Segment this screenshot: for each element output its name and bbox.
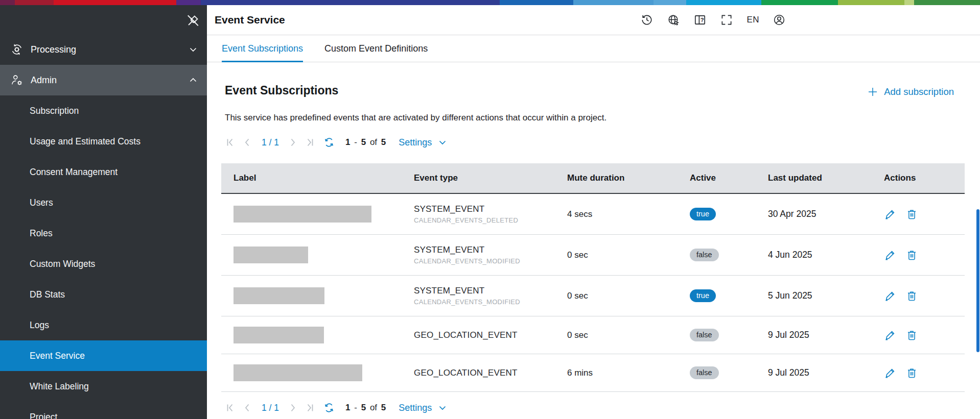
column-header: Actions [884,173,965,183]
sidebar-subitem[interactable]: Users [0,187,207,218]
redacted-label [234,327,324,343]
svg-text:?: ? [701,17,704,23]
sidebar-subitem-label: Subscription [30,106,79,116]
chevron-down-icon [188,44,199,55]
next-page-icon[interactable] [287,402,298,413]
sidebar-subitem[interactable]: Logs [0,310,207,340]
chevron-down-icon [437,403,448,413]
sidebar-item-processing[interactable]: Processing [0,34,207,65]
sidebar-subitem[interactable]: Roles [0,218,207,249]
last-updated: 5 Jun 2025 [768,290,884,301]
content-area: Event Subscriptions Add subscription Thi… [207,62,980,415]
sidebar-subitem-label: Custom Widgets [30,259,95,269]
previous-page-icon[interactable] [242,402,253,413]
column-header: Event type [414,173,567,183]
add-subscription-button[interactable]: Add subscription [867,86,954,98]
sidebar-subitem[interactable]: Subscription [0,95,207,126]
event-subtype: CALENDAR_EVENTS_MODIFIED [414,257,567,265]
page-title: Event Service [215,14,285,26]
event-type: GEO_LOCATION_EVENT [414,368,567,378]
event-type: SYSTEM_EVENT [414,204,567,214]
refresh-icon[interactable] [323,136,335,149]
delete-icon[interactable] [905,329,918,341]
main-area: Event Service [207,5,980,419]
sidebar-subitem[interactable]: Custom Widgets [0,249,207,279]
last-page-icon[interactable] [304,137,315,148]
brand-supergraphic [0,0,980,5]
admin-icon [10,73,24,87]
page-indicator[interactable]: 1 / 1 [262,137,279,148]
next-page-icon[interactable] [287,137,298,148]
event-type: GEO_LOCATION_EVENT [414,330,567,340]
sidebar-subitem[interactable]: White Labeling [0,371,207,402]
previous-page-icon[interactable] [242,137,253,148]
active-badge: true [690,208,716,220]
settings-button[interactable]: Settings [399,137,448,148]
event-type-cell: SYSTEM_EVENT CALENDAR_EVENTS_MODIFIED [414,286,567,306]
edit-icon[interactable] [884,249,897,261]
tab-custom-event-definitions[interactable]: Custom Event Definitions [324,35,428,62]
table-row: SYSTEM_EVENT CALENDAR_EVENTS_MODIFIED 0 … [221,235,965,276]
first-page-icon[interactable] [225,402,236,413]
first-page-icon[interactable] [225,137,236,148]
event-subtype: CALENDAR_EVENTS_MODIFIED [414,298,567,306]
active-cell: true [690,208,768,220]
mute-duration: 4 secs [567,209,690,219]
table-row: SYSTEM_EVENT CALENDAR_EVENTS_DELETED 4 s… [221,194,965,235]
active-cell: false [690,366,768,379]
actions-cell [884,249,965,261]
refresh-icon[interactable] [323,402,335,414]
settings-button[interactable]: Settings [399,403,448,413]
mute-duration: 0 sec [567,330,690,340]
page-indicator[interactable]: 1 / 1 [262,403,279,413]
header-icon-bar: ? EN [640,5,786,35]
fullscreen-icon[interactable] [720,13,733,27]
pagination-top: 1 / 1 1 - 5 of 5 [225,135,980,150]
language-selector[interactable]: EN [746,15,759,25]
chevron-up-icon [188,75,199,86]
actions-cell [884,329,965,341]
help-icon[interactable]: ? [693,13,707,27]
sidebar-item-admin[interactable]: Admin [0,65,207,95]
sidebar-subitem[interactable]: Project [0,402,207,419]
sidebar-item-label: Processing [31,44,188,55]
sidebar-subitem-label: Users [30,198,53,208]
sidebar-admin-children: Subscription Usage and Estimated Costs C… [0,95,207,419]
redacted-label [234,206,371,223]
last-page-icon[interactable] [304,402,315,413]
last-updated: 4 Jun 2025 [768,250,884,260]
event-type-cell: GEO_LOCATION_EVENT [414,330,567,340]
edit-icon[interactable] [884,366,897,379]
redacted-label [234,364,362,381]
delete-icon[interactable] [905,289,918,302]
sidebar-subitem-label: Consent Management [30,167,118,178]
last-updated: 30 Apr 2025 [768,209,884,219]
label-cell [234,364,414,381]
account-icon[interactable] [773,13,786,27]
tab-event-subscriptions[interactable]: Event Subscriptions [222,35,303,62]
table-row: GEO_LOCATION_EVENT 0 sec false 9 Jul 202… [221,316,965,354]
sidebar-subitem[interactable]: DB Stats [0,279,207,310]
globe-icon[interactable] [667,13,680,27]
history-icon[interactable] [640,13,654,27]
edit-icon[interactable] [884,208,897,220]
delete-icon[interactable] [905,249,918,261]
delete-icon[interactable] [905,366,918,379]
pin-off-icon[interactable] [185,13,200,29]
actions-cell [884,208,965,220]
sidebar-subitem-label: Event Service [30,351,85,361]
edit-icon[interactable] [884,329,897,341]
actions-cell [884,289,965,302]
active-badge: false [690,249,719,261]
edit-icon[interactable] [884,289,897,302]
label-cell [234,327,414,343]
sidebar-subitem[interactable]: Usage and Estimated Costs [0,126,207,157]
vertical-scrollbar-thumb[interactable] [976,209,979,352]
sidebar-subitem[interactable]: Consent Management [0,157,207,187]
delete-icon[interactable] [905,208,918,220]
sidebar-subitem[interactable]: Event Service [0,340,207,371]
event-type-cell: GEO_LOCATION_EVENT [414,368,567,378]
sidebar-subitem-label: Roles [30,228,53,239]
table-row: GEO_LOCATION_EVENT 6 mins false 9 Jul 20… [221,354,965,392]
label-cell [234,287,414,304]
